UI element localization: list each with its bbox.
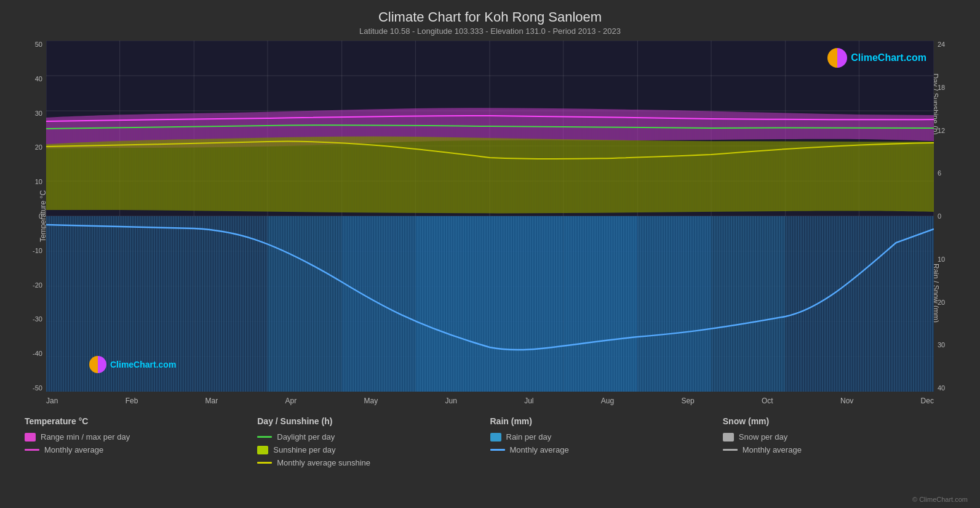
y-right-10: 10 bbox=[938, 256, 945, 263]
y-left--40: -40 bbox=[33, 350, 42, 357]
x-label-apr: Apr bbox=[285, 397, 297, 405]
logo-icon-top bbox=[827, 48, 847, 68]
logo-icon-bottom bbox=[89, 356, 106, 373]
title-area: Climate Chart for Koh Rong Sanloem Latit… bbox=[12, 9, 968, 36]
x-label-feb: Feb bbox=[125, 397, 138, 405]
legend-sunshine-title: Day / Sunshine (h) bbox=[257, 416, 490, 426]
y-left-50: 50 bbox=[35, 41, 42, 48]
y-right-24: 24 bbox=[938, 41, 945, 48]
legend-sunshine-bar-label: Sunshine per day bbox=[273, 445, 335, 454]
legend-sunshine-bar: Sunshine per day bbox=[257, 445, 490, 454]
legend-temp-range-label: Range min / max per day bbox=[41, 432, 130, 441]
legend-rain-title: Rain (mm) bbox=[490, 416, 723, 426]
legend-daylight: Daylight per day bbox=[257, 432, 490, 441]
legend-temp-avg-swatch bbox=[25, 449, 39, 451]
legend-snow-bar: Snow per day bbox=[723, 432, 955, 441]
legend-snow-title: Snow (mm) bbox=[723, 416, 955, 426]
logo-bottom-left: ClimeChart.com bbox=[89, 356, 176, 373]
copyright: © ClimeChart.com bbox=[912, 496, 968, 503]
x-label-aug: Aug bbox=[601, 397, 614, 405]
svg-rect-40 bbox=[46, 216, 934, 392]
legend-daylight-label: Daylight per day bbox=[277, 432, 335, 441]
logo-top-right: ClimeChart.com bbox=[827, 48, 926, 68]
chart-area: ClimeChart.com ClimeChart.com bbox=[46, 41, 934, 392]
logo-text-top: ClimeChart.com bbox=[851, 52, 926, 63]
legend-rain-avg-swatch bbox=[490, 449, 505, 451]
y-right-30: 30 bbox=[938, 341, 945, 349]
x-label-dec: Dec bbox=[921, 397, 934, 405]
legend-snow-bar-label: Snow per day bbox=[739, 432, 788, 441]
y-left--20: -20 bbox=[33, 281, 42, 289]
legend-temperature: Temperature °C Range min / max per day M… bbox=[25, 416, 257, 467]
legend-area: Temperature °C Range min / max per day M… bbox=[12, 416, 968, 467]
legend-snow-avg-swatch bbox=[723, 449, 738, 451]
y-left-20: 20 bbox=[35, 143, 42, 151]
chart-wrapper: 50 40 30 20 10 0 -10 -20 -30 -40 -50 24 … bbox=[12, 41, 968, 392]
legend-rain-avg: Monthly average bbox=[490, 445, 723, 454]
legend-rain: Rain (mm) Rain per day Monthly average bbox=[490, 416, 723, 467]
y-right-6: 6 bbox=[938, 169, 941, 177]
legend-rain-swatch bbox=[490, 433, 501, 441]
y-right-0: 0 bbox=[938, 212, 941, 220]
legend-sunshine-avg-swatch bbox=[257, 462, 272, 464]
legend-temp-title: Temperature °C bbox=[25, 416, 257, 426]
y-left--50: -50 bbox=[33, 384, 42, 392]
x-label-mar: Mar bbox=[205, 397, 218, 405]
y-left-40: 40 bbox=[35, 75, 42, 83]
logo-text-bottom: ClimeChart.com bbox=[110, 360, 176, 369]
y-left-10: 10 bbox=[35, 178, 42, 185]
x-label-jan: Jan bbox=[46, 397, 58, 405]
x-label-jul: Jul bbox=[524, 397, 533, 405]
legend-rain-bar-label: Rain per day bbox=[506, 432, 552, 441]
legend-snow: Snow (mm) Snow per day Monthly average bbox=[723, 416, 955, 467]
chart-svg bbox=[46, 41, 934, 392]
x-label-nov: Nov bbox=[840, 397, 853, 405]
legend-sunshine: Day / Sunshine (h) Daylight per day Suns… bbox=[257, 416, 490, 467]
legend-temp-range-swatch bbox=[25, 433, 36, 441]
chart-title: Climate Chart for Koh Rong Sanloem bbox=[12, 9, 968, 25]
x-label-sep: Sep bbox=[681, 397, 694, 405]
x-axis: Jan Feb Mar Apr May Jun Jul Aug Sep Oct … bbox=[46, 397, 934, 405]
legend-daylight-swatch bbox=[257, 436, 272, 438]
legend-snow-swatch bbox=[723, 433, 734, 441]
legend-sunshine-avg: Monthly average sunshine bbox=[257, 458, 490, 467]
legend-temp-avg-label: Monthly average bbox=[44, 445, 103, 454]
legend-snow-avg-label: Monthly average bbox=[743, 445, 802, 454]
legend-sunshine-swatch bbox=[257, 446, 268, 454]
chart-subtitle: Latitude 10.58 - Longitude 103.333 - Ele… bbox=[12, 26, 968, 36]
legend-rain-avg-label: Monthly average bbox=[510, 445, 569, 454]
legend-temp-avg: Monthly average bbox=[25, 445, 257, 454]
legend-snow-avg: Monthly average bbox=[723, 445, 955, 454]
x-label-oct: Oct bbox=[762, 397, 773, 405]
y-left--30: -30 bbox=[33, 315, 42, 323]
y-left-30: 30 bbox=[35, 110, 42, 117]
legend-temp-range: Range min / max per day bbox=[25, 432, 257, 441]
legend-rain-bar: Rain per day bbox=[490, 432, 723, 441]
legend-sunshine-avg-label: Monthly average sunshine bbox=[277, 458, 370, 467]
x-label-may: May bbox=[364, 397, 378, 405]
main-container: Climate Chart for Koh Rong Sanloem Latit… bbox=[0, 0, 980, 508]
y-right-40: 40 bbox=[938, 384, 945, 392]
y-left--10: -10 bbox=[33, 247, 42, 254]
x-label-jun: Jun bbox=[445, 397, 456, 405]
